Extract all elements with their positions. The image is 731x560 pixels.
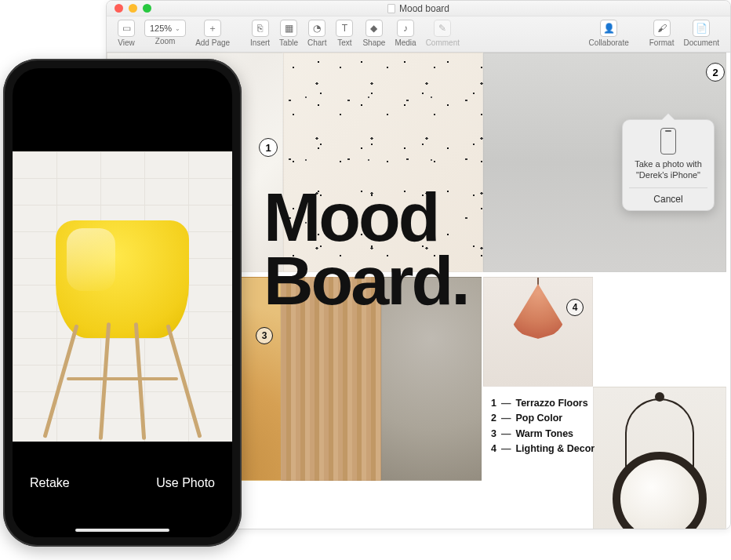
- iphone-screen: Retake Use Photo: [13, 68, 232, 537]
- camera-preview[interactable]: [13, 151, 232, 442]
- legend-row: 1—Terrazzo Floors: [491, 396, 595, 411]
- legend-row: 3—Warm Tones: [491, 427, 595, 442]
- media-button[interactable]: ♪Media: [395, 20, 416, 47]
- headline-line2: Board.: [264, 249, 468, 313]
- view-button[interactable]: ▭ View: [118, 20, 135, 47]
- iphone-notch: [71, 68, 173, 87]
- image-mirror[interactable]: [593, 387, 726, 529]
- popover-message: Take a photo with "Derek's iPhone": [629, 159, 707, 181]
- toolbar: ▭ View 125% ⌄ Zoom ＋ Add Page ⎘Insert ▦T…: [107, 16, 730, 53]
- headline-line1: Mood: [264, 186, 468, 249]
- home-indicator[interactable]: [75, 529, 169, 532]
- callout-4: 4: [566, 299, 584, 316]
- retake-button[interactable]: Retake: [30, 476, 70, 490]
- callout-3: 3: [256, 327, 273, 344]
- shape-button[interactable]: ◆Shape: [362, 20, 385, 47]
- caption-badge-1: 1: [259, 138, 278, 157]
- chart-button[interactable]: ◔Chart: [307, 20, 326, 47]
- chevron-down-icon: ⌄: [175, 25, 180, 32]
- legend: 1—Terrazzo Floors 2—Pop Color 3—Warm Ton…: [491, 396, 595, 457]
- insert-button[interactable]: ⎘Insert: [250, 20, 270, 47]
- zoom-value: 125%: [150, 24, 172, 33]
- camera-controls: Retake Use Photo: [13, 443, 232, 537]
- popover-arrow: [662, 114, 675, 120]
- zoom-control[interactable]: 125% ⌄ Zoom: [144, 20, 186, 45]
- text-button[interactable]: TText: [336, 20, 353, 47]
- table-button[interactable]: ▦Table: [279, 20, 298, 47]
- image-lamp[interactable]: [483, 277, 593, 387]
- legend-row: 2—Pop Color: [491, 411, 595, 426]
- headline[interactable]: Mood Board.: [264, 186, 468, 313]
- collaborate-button[interactable]: 👤Collaborate: [589, 20, 629, 47]
- titlebar: Mood board: [107, 1, 730, 16]
- iphone-icon: [660, 128, 676, 155]
- comment-button[interactable]: ✎Comment: [426, 20, 460, 47]
- add-page-button[interactable]: ＋ Add Page: [195, 20, 230, 47]
- document-icon: [387, 4, 395, 13]
- photo-subject-chair: [56, 220, 189, 338]
- document-button[interactable]: 📄Document: [683, 20, 719, 47]
- continuity-camera-popover: Take a photo with "Derek's iPhone" Cance…: [622, 119, 715, 211]
- window-title: Mood board: [107, 3, 730, 14]
- legend-row: 4—Lighting & Decor: [491, 442, 595, 456]
- cancel-button[interactable]: Cancel: [629, 187, 707, 210]
- caption-badge-2: 2: [706, 63, 725, 82]
- format-button[interactable]: 🖌Format: [649, 20, 675, 47]
- iphone-device: Retake Use Photo: [3, 59, 242, 547]
- use-photo-button[interactable]: Use Photo: [156, 476, 215, 490]
- window-title-text: Mood board: [399, 3, 449, 14]
